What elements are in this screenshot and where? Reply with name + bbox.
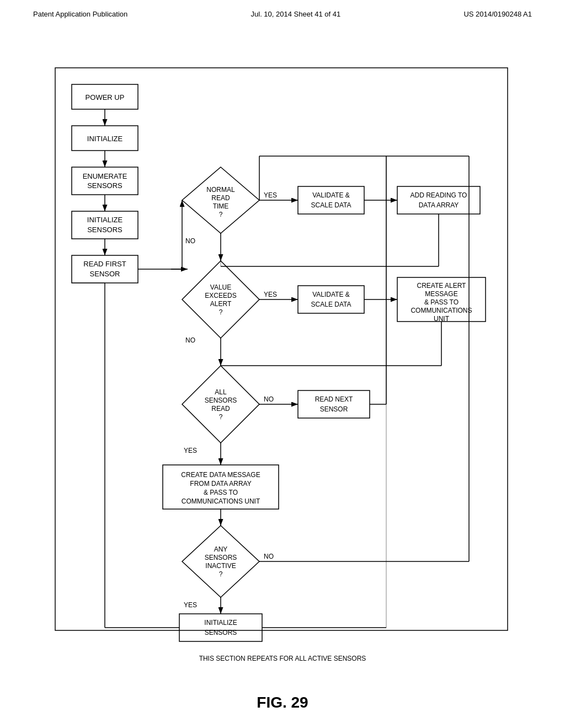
add-reading-label-1: ADD READING TO (411, 191, 467, 199)
power-up-label: POWER UP (86, 93, 125, 101)
create-alert-label-4: COMMUNICATIONS (411, 307, 472, 314)
any-inactive-no-label: NO (264, 553, 274, 560)
value-exceeds-label-4: ? (219, 308, 223, 316)
read-first-sensor-label-2: SENSOR (90, 270, 120, 278)
value-exceeds-no-label: NO (185, 336, 195, 344)
normal-read-no-label: NO (185, 237, 195, 245)
add-reading-label-2: DATA ARRAY (419, 201, 459, 209)
validate-scale-2-label-1: VALIDATE & (312, 291, 350, 298)
validate-scale-1-label-1: VALIDATE & (312, 191, 350, 199)
enumerate-sensors-label-2: SENSORS (87, 181, 122, 190)
header-patent-number: US 2014/0190248 A1 (463, 10, 532, 18)
svg-rect-6 (72, 167, 138, 195)
init-sensors-top-label-1: INITIALIZE (87, 216, 123, 224)
normal-read-yes-label: YES (264, 191, 277, 199)
svg-rect-22 (298, 286, 364, 313)
all-sensors-read-label-3: READ (211, 405, 230, 413)
init-sensors-bottom-label-2: SENSORS (205, 629, 237, 636)
value-exceeds-label-3: ALERT (210, 300, 232, 308)
read-next-sensor-label-2: SENSOR (320, 405, 348, 413)
create-alert-label-5: UNIT (434, 315, 450, 323)
read-next-sensor-label-1: READ NEXT (315, 395, 353, 403)
create-data-label-2: FROM DATA ARRAY (190, 480, 251, 488)
svg-rect-16 (298, 186, 364, 214)
all-sensors-read-label-4: ? (219, 413, 223, 421)
any-sensors-inactive-label-1: ANY (214, 545, 228, 553)
any-sensors-inactive-label-3: INACTIVE (205, 562, 236, 570)
init-sensors-bottom-label-1: INITIALIZE (204, 619, 237, 627)
footer-note: THIS SECTION REPEATS FOR ALL ACTIVE SENS… (199, 655, 366, 662)
all-sensors-no-label: NO (264, 395, 274, 403)
svg-marker-26 (182, 366, 259, 443)
normal-read-time-label-3: TIME (213, 202, 229, 210)
svg-marker-36 (182, 526, 259, 597)
validate-scale-2-label-2: SCALE DATA (311, 301, 351, 308)
svg-rect-18 (397, 186, 480, 214)
svg-rect-28 (298, 390, 370, 418)
any-sensors-inactive-label-2: SENSORS (205, 554, 237, 561)
create-alert-label-1: CREATE ALERT (417, 282, 467, 290)
svg-marker-20 (182, 261, 259, 338)
normal-read-time-label-2: READ (211, 194, 230, 202)
validate-scale-1-label-2: SCALE DATA (311, 201, 351, 209)
normal-read-time-label-1: NORMAL (206, 186, 235, 194)
all-sensors-read-label-2: SENSORS (205, 397, 237, 404)
figure-label: FIG. 29 (0, 694, 565, 711)
diagram-area: POWER UP INITIALIZE ENUMERATE SENSORS IN… (0, 24, 565, 686)
create-alert-label-2: MESSAGE (425, 290, 457, 298)
header-publication-label: Patent Application Publication (33, 10, 127, 18)
any-inactive-yes-label: YES (184, 601, 197, 609)
value-exceeds-label-1: VALUE (210, 283, 231, 291)
enumerate-sensors-label-1: ENUMERATE (83, 172, 127, 180)
value-exceeds-yes-label: YES (264, 291, 277, 298)
page-header: Patent Application Publication Jul. 10, … (0, 0, 565, 24)
read-first-sensor-label-1: READ FIRST (83, 260, 126, 268)
any-sensors-inactive-label-4: ? (219, 570, 223, 578)
all-sensors-read-label-1: ALL (215, 388, 227, 396)
value-exceeds-label-2: EXCEEDS (205, 292, 236, 299)
create-data-label-3: & PASS TO (204, 489, 238, 496)
normal-read-time-label-4: ? (219, 211, 223, 218)
create-data-label-1: CREATE DATA MESSAGE (181, 471, 260, 479)
svg-rect-1 (55, 68, 508, 630)
create-data-label-4: COMMUNICATIONS UNIT (182, 497, 260, 505)
svg-rect-41 (179, 614, 262, 641)
flowchart-svg: POWER UP INITIALIZE ENUMERATE SENSORS IN… (0, 24, 565, 686)
header-sheet-info: Jul. 10, 2014 Sheet 41 of 41 (251, 10, 341, 18)
initialize-label: INITIALIZE (87, 135, 123, 143)
init-sensors-top-label-2: SENSORS (87, 226, 122, 234)
create-alert-label-3: & PASS TO (424, 298, 459, 306)
all-sensors-yes-label: YES (184, 447, 197, 454)
